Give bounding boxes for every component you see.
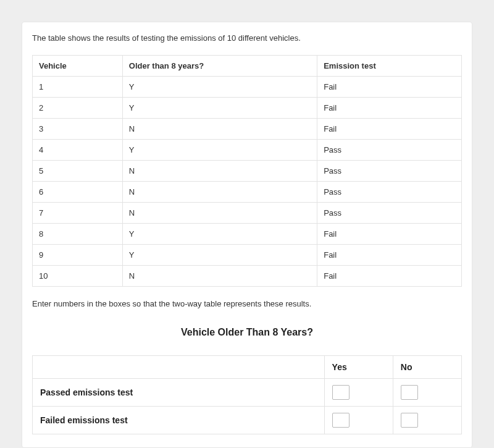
cell-vehicle: 6 — [33, 182, 123, 203]
input-passed-no[interactable] — [401, 385, 418, 400]
cell-emission: Pass — [317, 161, 462, 182]
col-header-yes: Yes — [324, 356, 393, 379]
cell-older: N — [122, 203, 317, 224]
col-header-older: Older than 8 years? — [122, 56, 317, 77]
cell-emission: Pass — [317, 182, 462, 203]
cell-emission: Fail — [317, 119, 462, 140]
cell-older: Y — [122, 245, 317, 266]
cell-failed-no — [393, 407, 461, 434]
cell-vehicle: 5 — [33, 161, 123, 182]
input-failed-yes[interactable] — [332, 413, 350, 428]
cell-older: Y — [122, 77, 317, 98]
col-header-emission: Emission test — [317, 56, 462, 77]
cell-emission: Fail — [317, 266, 462, 287]
twoway-row-passed: Passed emissions test — [33, 379, 462, 407]
table-row: 10 N Fail — [33, 266, 462, 287]
row-label-passed: Passed emissions test — [33, 379, 325, 407]
cell-older: Y — [122, 98, 317, 119]
cell-older: N — [122, 182, 317, 203]
cell-older: N — [122, 161, 317, 182]
cell-emission: Pass — [317, 203, 462, 224]
col-header-vehicle: Vehicle — [33, 56, 123, 77]
input-passed-yes[interactable] — [332, 385, 350, 400]
table-row: 8 Y Fail — [33, 224, 462, 245]
table-row: 9 Y Fail — [33, 245, 462, 266]
cell-vehicle: 2 — [33, 98, 123, 119]
twoway-corner-cell — [33, 356, 325, 379]
cell-vehicle: 7 — [33, 203, 123, 224]
twoway-row-failed: Failed emissions test — [33, 407, 462, 434]
cell-passed-no — [393, 379, 461, 407]
question-card: The table shows the results of testing t… — [22, 22, 472, 448]
table-row: 2 Y Fail — [33, 98, 462, 119]
cell-emission: Pass — [317, 140, 462, 161]
cell-vehicle: 4 — [33, 140, 123, 161]
twoway-header-row: Yes No — [33, 356, 462, 379]
cell-emission: Fail — [317, 98, 462, 119]
table-row: 4 Y Pass — [33, 140, 462, 161]
table-row: 5 N Pass — [33, 161, 462, 182]
table-row: 6 N Pass — [33, 182, 462, 203]
intro-text: The table shows the results of testing t… — [32, 33, 462, 43]
col-header-no: No — [393, 356, 461, 379]
cell-failed-yes — [324, 407, 393, 434]
table-row: 1 Y Fail — [33, 77, 462, 98]
instruction-text: Enter numbers in the boxes so that the t… — [32, 299, 462, 308]
cell-emission: Fail — [317, 77, 462, 98]
row-label-failed: Failed emissions test — [33, 407, 325, 434]
cell-vehicle: 8 — [33, 224, 123, 245]
cell-older: Y — [122, 224, 317, 245]
cell-emission: Fail — [317, 245, 462, 266]
twoway-table: Yes No Passed emissions test Failed emis… — [32, 355, 462, 434]
table-header-row: Vehicle Older than 8 years? Emission tes… — [33, 56, 462, 77]
cell-vehicle: 1 — [33, 77, 123, 98]
cell-passed-yes — [324, 379, 393, 407]
cell-older: N — [122, 119, 317, 140]
cell-older: Y — [122, 140, 317, 161]
cell-older: N — [122, 266, 317, 287]
table-row: 7 N Pass — [33, 203, 462, 224]
table-row: 3 N Fail — [33, 119, 462, 140]
cell-vehicle: 10 — [33, 266, 123, 287]
cell-vehicle: 9 — [33, 245, 123, 266]
emissions-data-table: Vehicle Older than 8 years? Emission tes… — [32, 55, 462, 287]
twoway-title: Vehicle Older Than 8 Years? — [32, 327, 462, 338]
input-failed-no[interactable] — [401, 413, 418, 428]
cell-emission: Fail — [317, 224, 462, 245]
cell-vehicle: 3 — [33, 119, 123, 140]
